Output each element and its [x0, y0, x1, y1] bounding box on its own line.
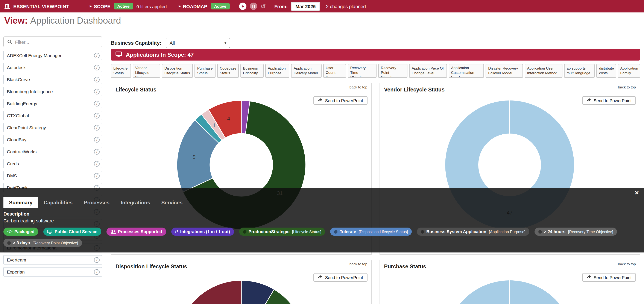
list-item[interactable]: CloudBuyi [4, 135, 102, 144]
list-item[interactable]: ContractWorksi [4, 147, 102, 156]
play-icon: ▶ [242, 4, 244, 8]
send-to-powerpoint-button[interactable]: Send to PowerPoint [582, 273, 636, 282]
info-icon[interactable]: i [94, 269, 100, 274]
attribute-badge[interactable]: Business System Application[Application … [417, 228, 529, 236]
filter-tab[interactable]: ap supports multi language [564, 64, 595, 78]
attribute-badge[interactable]: Tolerate[Disposition Lifecycle Status] [330, 228, 412, 236]
disposition-lifecycle-status-donut[interactable] [172, 276, 310, 304]
filter-tab[interactable]: Lifecycle Status [111, 64, 131, 78]
info-icon[interactable]: i [94, 161, 100, 166]
attribute-badge[interactable]: </>Packaged [4, 228, 38, 236]
attribute-badge[interactable]: > 3 days[Recovery Point Objective] [4, 239, 82, 247]
attribute-badge[interactable]: > 24 hours[Recovery Time Objective] [534, 228, 617, 236]
app-label: BlackCurve [7, 77, 94, 82]
filter-tab[interactable]: Vendor Lifecycle Status [133, 64, 160, 78]
filter-tab[interactable]: Recovery Time Objective [348, 64, 377, 78]
roadmap-toggle[interactable]: ▸ ROADMAP [179, 4, 207, 9]
filter-tab[interactable]: Disaster Recovery Failover Model [486, 64, 523, 78]
app-label: ContractWorks [7, 149, 94, 154]
tab-summary[interactable]: Summary [4, 197, 38, 208]
list-item[interactable]: ClearPoint Strategyi [4, 123, 102, 132]
info-icon[interactable]: i [94, 173, 100, 178]
purchase-status-donut[interactable] [441, 276, 578, 304]
list-item[interactable]: Experiani [4, 267, 102, 276]
app-label: Bloomberg Intelligence [7, 89, 94, 94]
attribute-badge[interactable]: ⇄Integrations (1 in / 1 out) [171, 228, 234, 236]
badge-label: > 24 hours [544, 229, 566, 234]
tab-services[interactable]: Services [156, 197, 188, 208]
list-item[interactable]: CTXGlobali [4, 111, 102, 120]
list-item[interactable]: Autodeski [4, 63, 102, 72]
filter-tab[interactable]: Application Pace Of Change Level [409, 64, 447, 78]
info-icon[interactable]: i [94, 64, 100, 70]
info-icon[interactable]: i [94, 257, 100, 262]
list-item[interactable]: DMSi [4, 171, 102, 180]
sidebar-search [4, 36, 102, 47]
send-to-powerpoint-button[interactable]: Send to PowerPoint [314, 273, 367, 282]
info-icon[interactable]: i [94, 89, 100, 94]
roadmap-status-badge: Active [210, 3, 230, 10]
panel-title: Vendor Lifecycle Status [380, 83, 640, 93]
filter-tab[interactable]: Application Delivery Model [291, 64, 321, 78]
filters-applied-link[interactable]: 0 filters applied [136, 4, 166, 9]
status-dot-icon [7, 241, 11, 244]
scope-banner: Applications In Scope: 47 [111, 49, 640, 60]
filter-tab[interactable]: Application Purpose [265, 64, 289, 78]
pause-icon [252, 5, 253, 8]
arrows-icon: ⇄ [175, 230, 178, 234]
info-icon[interactable]: i [94, 77, 100, 82]
badge-row-1: </>PackagedPublic Cloud ServiceProcesses… [4, 228, 617, 236]
info-icon[interactable]: i [94, 52, 100, 58]
list-item[interactable]: Everteami [4, 255, 102, 264]
list-item[interactable]: BuildingEnergyi [4, 99, 102, 108]
from-date-button[interactable]: Mar 2026 [291, 2, 320, 10]
list-item[interactable]: BlackCurvei [4, 75, 102, 84]
info-icon[interactable]: i [94, 137, 100, 142]
list-item[interactable]: Bloomberg Intelligencei [4, 87, 102, 96]
tab-capabilities[interactable]: Capabilities [38, 197, 78, 208]
filter-tab[interactable]: Codebase Status [217, 64, 239, 78]
scope-toggle[interactable]: ▸ SCOPE [90, 4, 110, 9]
filter-tab[interactable]: Application Family [618, 64, 640, 78]
back-to-top-link[interactable]: back to top [350, 262, 367, 266]
attribute-badge[interactable]: Processes Supported [106, 228, 166, 236]
overlay-tabs: SummaryCapabilitiesProcessesIntegrations… [4, 197, 188, 208]
filter-tab[interactable]: Disposition Lifecycle Status [162, 64, 193, 78]
back-to-top-link[interactable]: back to top [618, 85, 636, 89]
filter-tab[interactable]: Application Customisation Level [448, 64, 484, 78]
filter-tab[interactable]: Business Criticality [240, 64, 264, 78]
banner-text: Applications In Scope: 47 [126, 52, 194, 58]
business-capability-select[interactable]: All ▾ [166, 38, 230, 48]
filter-tab[interactable]: Application User Interaction Method [525, 64, 562, 78]
sidebar-filter-input[interactable] [15, 39, 102, 44]
attribute-badge[interactable]: Public Cloud Service [43, 228, 101, 236]
filter-tab[interactable]: Recovery Point Objective [378, 64, 408, 78]
status-dot-icon [538, 230, 542, 233]
back-to-top-link[interactable]: back to top [350, 85, 367, 89]
filter-tab[interactable]: User Count Range [323, 64, 346, 78]
info-icon[interactable]: i [94, 113, 100, 118]
filter-tab[interactable]: Purchase Status [195, 64, 216, 78]
share-icon [318, 98, 322, 103]
info-icon[interactable]: i [94, 101, 100, 106]
share-icon [586, 275, 591, 280]
tab-integrations[interactable]: Integrations [115, 197, 156, 208]
disclosure-icon: ▸ [179, 4, 181, 8]
close-icon[interactable]: × [635, 189, 639, 196]
list-item[interactable]: Credsi [4, 159, 102, 168]
tab-processes[interactable]: Processes [78, 197, 115, 208]
send-to-powerpoint-button[interactable]: Send to PowerPoint [314, 96, 367, 105]
play-button[interactable]: ▶ [239, 2, 246, 10]
info-icon[interactable]: i [94, 149, 100, 154]
send-to-powerpoint-button[interactable]: Send to PowerPoint [582, 96, 636, 105]
pause-button[interactable] [250, 2, 257, 10]
badge-label: ProductionStrategic [248, 229, 289, 234]
rewind-button[interactable]: ↺ [260, 3, 266, 9]
back-to-top-link[interactable]: back to top [618, 262, 636, 266]
filter-tab[interactable]: distribute costs [596, 64, 616, 78]
attribute-badge[interactable]: ProductionStrategic[Lifecycle Status] [239, 228, 325, 236]
info-icon[interactable]: i [94, 125, 100, 130]
page-title: View:Application Dashboard [4, 16, 121, 26]
list-item[interactable]: ADEXCell Energy Manageri [4, 51, 102, 60]
share-icon [586, 98, 591, 103]
